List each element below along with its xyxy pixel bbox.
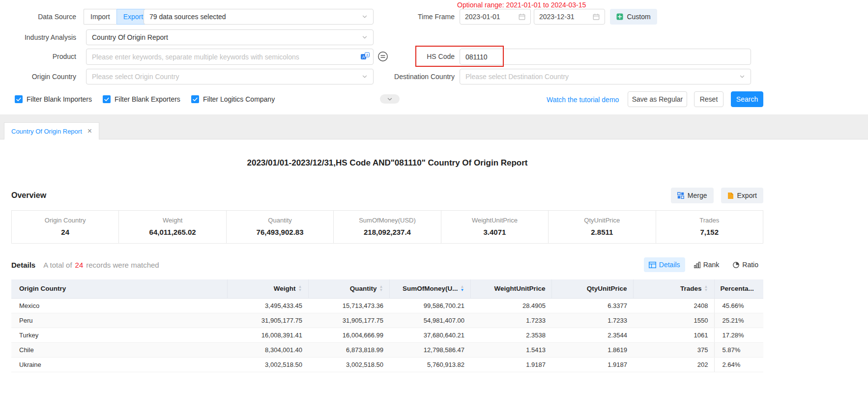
chevron-down-icon [739,74,745,80]
cell-origin_country: Chile [11,342,227,357]
origin-country-select[interactable]: Please select Origin Country [86,69,374,84]
cell-percentage: 25.21% [714,313,763,328]
column-header-trades[interactable]: Trades▲▼ [633,279,714,298]
industry-analysis-select[interactable]: Country Of Origin Report [86,29,374,45]
table-row[interactable]: Turkey16,008,391.4116,004,666.9937,680,6… [11,328,763,342]
sort-icon[interactable]: ▲▼ [704,285,708,292]
cell-quantity: 3,002,518.50 [308,357,389,372]
stat-label: Trades [656,217,763,224]
details-heading: Details [11,261,35,269]
checkbox-label: Filter Logitics Company [203,95,275,103]
merge-icon [677,192,684,199]
cell-percentage: 5.87% [714,342,763,357]
stat-value: 2.8511 [549,228,655,236]
overview-header: Overview Merge Export [11,188,763,203]
cell-trades: 202 [633,357,714,372]
stat-label: SumOfMoney(USD) [334,217,440,224]
product-keywords-input[interactable] [86,49,374,65]
overview-stat-weightunitprice: WeightUnitPrice3.4071 [441,211,549,243]
table-row[interactable]: Ukraine3,002,518.503,002,518.505,760,913… [11,357,763,372]
table-row[interactable]: Mexico3,495,433.4515,713,473.3699,586,70… [11,298,763,313]
summary-prefix: A total of [43,261,72,269]
tutorial-demo-link[interactable]: Watch the tutorial demo [547,96,619,104]
hs-code-input[interactable] [460,49,751,65]
filter-checkbox[interactable]: Filter Logitics Company [191,95,275,103]
view-details-button[interactable]: Details [644,257,685,272]
product-input-wrap: Aa [86,49,374,65]
checkbox-check-icon [191,95,199,103]
table-row[interactable]: Peru31,905,177.7531,905,177.7554,981,407… [11,313,763,328]
select-placeholder: Please select Destination Country [465,73,569,81]
view-rank-button[interactable]: Rank [689,257,724,272]
cell-weight: 3,495,433.45 [227,298,308,313]
cell-weight: 3,002,518.50 [227,357,308,372]
overview-stat-origin-country: Origin Country24 [12,211,119,243]
save-as-regular-button[interactable]: Save as Regular [628,91,687,107]
filter-checkbox[interactable]: Filter Blank Importers [15,95,92,103]
select-value: 79 data sources selected [149,13,226,21]
close-icon[interactable]: × [87,127,92,135]
sort-icon[interactable]: ▲▼ [461,285,464,292]
start-date-value: 2023-01-01 [465,13,500,21]
hs-code-label: HS Code [378,49,455,64]
records-summary: A total of24records were matched [43,261,159,269]
chevron-down-icon [387,96,393,102]
import-toggle-button[interactable]: Import [84,9,116,25]
cell-percentage: 45.66% [714,298,763,313]
calendar-icon [593,13,600,20]
data-source-select[interactable]: 79 data sources selected [144,9,374,25]
custom-range-button[interactable]: Custom [610,9,657,25]
reset-button[interactable]: Reset [694,91,723,107]
search-button[interactable]: Search [731,91,763,107]
checkbox-label: Filter Blank Importers [27,95,92,103]
translate-icon[interactable]: Aa [360,52,370,61]
cell-qty_unit_price: 1.8619 [551,342,633,357]
start-date-input[interactable]: 2023-01-01 [460,9,531,25]
column-header-qty_unit_price: QtyUnitPrice [551,279,633,298]
column-header-origin_country: Origin Country [11,279,227,298]
stat-value: 3.4071 [441,228,548,236]
select-value: Country Of Origin Report [92,33,168,41]
svg-text:a: a [366,53,368,56]
cell-origin_country: Mexico [11,298,227,313]
stat-label: WeightUnitPrice [441,217,548,224]
cell-origin_country: Ukraine [11,357,227,372]
overview-stat-weight: Weight64,011,265.02 [119,211,226,243]
overview-stat-sumofmoney-usd: SumOfMoney(USD)218,092,237.4 [334,211,441,243]
cell-qty_unit_price: 1.7233 [551,313,633,328]
custom-label: Custom [627,13,650,21]
checkbox-check-icon [103,95,111,103]
stat-label: QtyUnitPrice [549,217,655,224]
destination-country-select[interactable]: Please select Destination Country [460,69,751,84]
cell-sum_of_money: 99,586,700.21 [389,298,470,313]
column-header-quantity[interactable]: Quantity▲▼ [308,279,389,298]
sort-icon[interactable]: ▲▼ [379,285,383,292]
calendar-icon [519,13,525,20]
export-button[interactable]: Export [721,188,763,203]
table-body: Mexico3,495,433.4515,713,473.3699,586,70… [11,298,763,372]
filter-checkboxes: Filter Blank ImportersFilter Blank Expor… [15,95,275,103]
stat-value: 218,092,237.4 [334,228,440,236]
filter-checkbox[interactable]: Filter Blank Exporters [103,95,180,103]
cell-quantity: 15,713,473.36 [308,298,389,313]
column-header-percentage: Percenta... [714,279,763,298]
cell-weight: 31,905,177.75 [227,313,308,328]
ratio-icon [733,262,739,268]
view-ratio-button[interactable]: Ratio [728,257,763,272]
tab-country-of-origin-report[interactable]: Country Of Origin Report × [4,122,99,139]
table-row[interactable]: Chile8,304,001.406,873,818.9912,798,586.… [11,342,763,357]
column-header-weight[interactable]: Weight▲▼ [227,279,308,298]
column-header-sum_of_money[interactable]: SumOfMoney(U...▲▼ [389,279,470,298]
tab-bar: Country Of Origin Report × [0,114,868,139]
cell-weight_unit_price: 1.9187 [470,357,551,372]
collapse-filters-toggle[interactable] [380,94,400,104]
data-source-label: Data Source [0,9,76,25]
cell-qty_unit_price: 2.3544 [551,328,633,342]
chevron-down-icon [362,34,368,40]
end-date-input[interactable]: 2023-12-31 [534,9,605,25]
end-date-value: 2023-12-31 [539,13,575,21]
merge-button[interactable]: Merge [671,188,714,203]
cell-percentage: 2.64% [714,357,763,372]
sort-icon[interactable]: ▲▼ [298,285,302,292]
overview-stat-quantity: Quantity76,493,902.83 [227,211,334,243]
